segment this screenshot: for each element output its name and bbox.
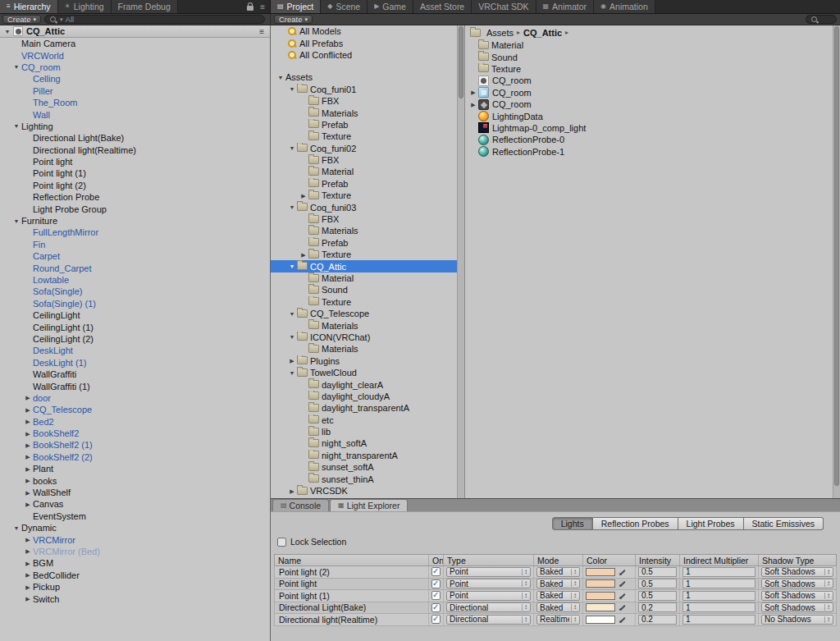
expand-right-icon[interactable]: ▶ bbox=[299, 193, 308, 199]
light-name-cell[interactable]: Point light (1) bbox=[275, 590, 429, 602]
project-folder-item[interactable]: Texture bbox=[271, 296, 464, 308]
intensity-field[interactable]: 0.2 bbox=[638, 615, 677, 625]
expand-right-icon[interactable]: ▶ bbox=[23, 572, 33, 578]
chevron-down-icon[interactable]: ▼ bbox=[3, 29, 11, 34]
asset-item[interactable]: ReflectionProbe-1 bbox=[465, 146, 840, 158]
project-folder-item[interactable]: daylight_clearA bbox=[271, 378, 464, 390]
expand-right-icon[interactable]: ▶ bbox=[23, 537, 33, 543]
expand-down-icon[interactable]: ▼ bbox=[276, 75, 285, 80]
light-enabled-checkbox[interactable] bbox=[431, 615, 441, 624]
expand-right-icon[interactable]: ▶ bbox=[468, 89, 478, 95]
column-header-indirect-multiplier[interactable]: Indirect Multiplier bbox=[680, 555, 759, 565]
asset-item[interactable]: ▶CQ_room bbox=[465, 87, 840, 98]
hierarchy-item[interactable]: Celling bbox=[0, 73, 270, 85]
hierarchy-item[interactable]: Wall bbox=[0, 108, 270, 120]
hierarchy-item[interactable]: ▶VRCMirror (Bed) bbox=[0, 546, 270, 557]
column-header-shadow-type[interactable]: Shadow Type bbox=[759, 555, 836, 565]
expand-down-icon[interactable]: ▼ bbox=[11, 123, 21, 129]
column-header-name[interactable]: Name bbox=[275, 555, 429, 565]
expand-down-icon[interactable]: ▼ bbox=[287, 370, 297, 376]
project-folder-item[interactable]: Texture bbox=[271, 130, 464, 142]
expand-down-icon[interactable]: ▼ bbox=[287, 145, 297, 151]
project-folder-item[interactable]: ▼Coq_funi03 bbox=[271, 201, 464, 213]
indirect-multiplier-field[interactable]: 1 bbox=[682, 615, 756, 625]
eyedropper-icon[interactable] bbox=[619, 579, 627, 588]
mode-dropdown[interactable]: Baked↕ bbox=[536, 602, 580, 612]
project-folder-item[interactable]: Material bbox=[271, 272, 464, 284]
expand-right-icon[interactable]: ▶ bbox=[287, 488, 297, 494]
project-folder-item[interactable]: FBX bbox=[271, 154, 464, 166]
asset-item[interactable]: Lightmap-0_comp_light bbox=[465, 122, 840, 134]
expand-right-icon[interactable]: ▶ bbox=[299, 252, 308, 258]
light-enabled-checkbox[interactable] bbox=[431, 603, 441, 612]
expand-right-icon[interactable]: ▶ bbox=[23, 454, 33, 460]
hierarchy-item[interactable]: CeilingLight bbox=[0, 309, 270, 321]
hierarchy-item[interactable]: ▶WallShelf bbox=[0, 487, 270, 498]
hierarchy-item[interactable]: CeilingLight (1) bbox=[0, 321, 270, 332]
project-folder-item[interactable]: ▼CQ_Attic bbox=[271, 260, 464, 272]
hierarchy-item[interactable]: Round_Carpet bbox=[0, 262, 270, 273]
hierarchy-item[interactable]: ▶Pickup bbox=[0, 581, 270, 593]
mode-dropdown[interactable]: Baked↕ bbox=[536, 567, 580, 577]
hierarchy-item[interactable]: Point light (1) bbox=[0, 167, 270, 179]
shadow-type-dropdown[interactable]: Soft Shadows↕ bbox=[761, 579, 833, 588]
light-name-cell[interactable]: Directional Light(Bake) bbox=[275, 602, 429, 614]
hierarchy-item[interactable]: WallGraffiti (1) bbox=[0, 380, 270, 391]
column-header-mode[interactable]: Mode bbox=[534, 555, 583, 565]
project-folder-item[interactable]: Material bbox=[271, 166, 464, 177]
asset-item[interactable]: ▶CQ_room bbox=[465, 98, 840, 110]
type-dropdown[interactable]: Point↕ bbox=[446, 591, 531, 601]
hierarchy-item[interactable]: EventSystem bbox=[0, 511, 270, 522]
hierarchy-item[interactable]: ▼Lighting bbox=[0, 121, 270, 132]
filter-static-emissives-button[interactable]: Static Emissives bbox=[744, 517, 824, 530]
indirect-multiplier-field[interactable]: 1 bbox=[682, 602, 756, 612]
favorite-search-item[interactable]: All Models bbox=[271, 25, 464, 37]
light-name-cell[interactable]: Point light (2) bbox=[275, 566, 429, 578]
contents-scrollbar[interactable] bbox=[833, 25, 840, 498]
hierarchy-item[interactable]: Directional Light(Bake) bbox=[0, 132, 270, 144]
hierarchy-item[interactable]: Carpet bbox=[0, 250, 270, 262]
project-folder-item[interactable]: Materials bbox=[271, 343, 464, 355]
hierarchy-item[interactable]: ▶BookShelf2 (2) bbox=[0, 451, 270, 463]
color-swatch[interactable] bbox=[586, 568, 615, 576]
project-tree-scrollbar[interactable] bbox=[457, 25, 464, 498]
hierarchy-item[interactable]: DeskLight (1) bbox=[0, 357, 270, 369]
hierarchy-item[interactable]: FullLengthMirror bbox=[0, 227, 270, 238]
hierarchy-item[interactable]: ▼Dynamic bbox=[0, 522, 270, 533]
expand-right-icon[interactable]: ▶ bbox=[23, 442, 33, 448]
color-swatch[interactable] bbox=[586, 592, 615, 600]
hierarchy-item[interactable]: Light Probe Group bbox=[0, 203, 270, 214]
expand-down-icon[interactable]: ▼ bbox=[11, 525, 21, 531]
color-swatch[interactable] bbox=[586, 616, 615, 624]
type-dropdown[interactable]: Point↕ bbox=[446, 579, 531, 588]
expand-right-icon[interactable]: ▶ bbox=[23, 431, 33, 437]
filter-lights-button[interactable]: Lights bbox=[552, 517, 593, 530]
tab-project[interactable]: ▤Project bbox=[271, 0, 321, 13]
hierarchy-item[interactable]: Piller bbox=[0, 85, 270, 97]
breadcrumb-current[interactable]: CQ_Attic bbox=[523, 28, 562, 38]
project-folder-item[interactable]: Sound bbox=[271, 284, 464, 295]
expand-right-icon[interactable]: ▶ bbox=[23, 466, 33, 472]
asset-item[interactable]: LightingData bbox=[465, 110, 840, 121]
sc4rollbar-thumb[interactable] bbox=[834, 26, 839, 486]
project-folder-item[interactable]: ▼Coq_funi01 bbox=[271, 84, 464, 95]
intensity-field[interactable]: 0.5 bbox=[638, 591, 677, 601]
color-swatch[interactable] bbox=[586, 579, 615, 588]
expand-right-icon[interactable]: ▶ bbox=[23, 395, 33, 401]
hierarchy-item[interactable]: CeilingLight (2) bbox=[0, 333, 270, 345]
expand-down-icon[interactable]: ▼ bbox=[287, 263, 297, 269]
expand-right-icon[interactable]: ▶ bbox=[23, 584, 33, 590]
indirect-multiplier-field[interactable]: 1 bbox=[682, 591, 756, 601]
hierarchy-item[interactable]: Sofa(Single) bbox=[0, 286, 270, 297]
hierarchy-item[interactable]: ▶BGM bbox=[0, 557, 270, 569]
expand-right-icon[interactable]: ▶ bbox=[23, 596, 33, 602]
tab-light-explorer[interactable]: ▦Light Explorer bbox=[330, 499, 408, 511]
hierarchy-item[interactable]: ▶CQ_Telescope bbox=[0, 404, 270, 415]
project-folder-item[interactable]: night_transparentA bbox=[271, 450, 464, 461]
hierarchy-item[interactable]: Fin bbox=[0, 239, 270, 250]
type-dropdown[interactable]: Point↕ bbox=[446, 567, 531, 577]
scene-header[interactable]: ▼ CQ_Attic ≡ bbox=[0, 25, 270, 38]
hierarchy-create-button[interactable]: Create ▾ bbox=[2, 15, 41, 24]
project-search-input[interactable] bbox=[806, 15, 837, 24]
column-header-on[interactable]: On bbox=[429, 555, 444, 565]
